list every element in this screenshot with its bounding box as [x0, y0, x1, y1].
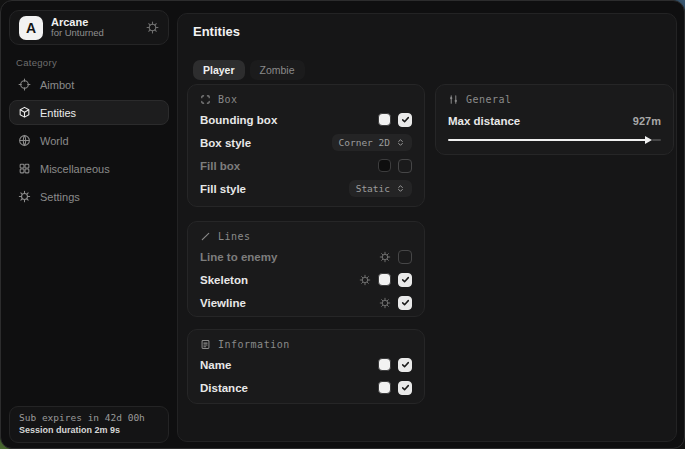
color-swatch[interactable] — [378, 358, 391, 371]
brand-card: A Arcane for Unturned — [9, 10, 169, 45]
sidebar-item-label: Entities — [40, 107, 76, 119]
viewline-controls — [379, 296, 412, 310]
distance-checkbox[interactable] — [398, 381, 412, 395]
lines-card-title: Lines — [218, 231, 251, 242]
color-swatch[interactable] — [378, 381, 391, 394]
color-swatch[interactable] — [378, 273, 391, 286]
information-card-header: Information — [188, 330, 424, 352]
name-label: Name — [200, 359, 231, 371]
viewline-row: Viewline — [188, 292, 424, 313]
box-style-value: Corner 2D — [339, 137, 390, 148]
sidebar-item-miscellaneous[interactable]: Miscellaneous — [9, 156, 169, 181]
document-text-icon — [200, 339, 211, 350]
page-title: Entities — [193, 24, 240, 39]
sidebar-item-label: Settings — [40, 191, 80, 203]
fill-box-row: Fill box — [188, 155, 424, 176]
general-card-title: General — [466, 94, 512, 105]
distance-label: Distance — [200, 382, 248, 394]
color-swatch[interactable] — [378, 159, 391, 172]
line-to-enemy-label: Line to enemy — [200, 251, 277, 263]
name-controls — [378, 358, 412, 372]
app-logo-letter: A — [26, 20, 36, 36]
sidebar-item-entities[interactable]: Entities — [9, 100, 169, 125]
information-card: Information Name Distance — [187, 329, 425, 404]
fill-box-checkbox[interactable] — [398, 159, 412, 173]
chevron-updown-icon — [396, 138, 405, 147]
fill-style-dropdown[interactable]: Static — [349, 180, 412, 197]
box-card: Box Bounding box Box style Corner 2D — [187, 84, 425, 207]
line-to-enemy-checkbox[interactable] — [398, 250, 412, 264]
app-subtitle: for Unturned — [51, 28, 138, 39]
sidebar-item-label: World — [40, 135, 69, 147]
lines-card: Lines Line to enemy Skeleton — [187, 221, 425, 317]
subscription-card: Sub expires in 42d 00h Session duration … — [9, 406, 169, 443]
sliders-icon — [448, 94, 459, 105]
sidebar-item-aimbot[interactable]: Aimbot — [9, 72, 169, 97]
bounding-box-row: Bounding box — [188, 109, 424, 130]
name-row: Name — [188, 354, 424, 375]
general-card-header: General — [436, 85, 673, 107]
information-card-title: Information — [218, 339, 290, 350]
grid-icon — [18, 162, 31, 175]
color-swatch[interactable] — [378, 113, 391, 126]
fill-box-label: Fill box — [200, 160, 240, 172]
tab-zombie[interactable]: Zombie — [250, 60, 305, 80]
app-window: A Arcane for Unturned Category — [0, 0, 685, 449]
line-to-enemy-row: Line to enemy — [188, 246, 424, 267]
distance-controls — [378, 381, 412, 395]
skeleton-label: Skeleton — [200, 274, 248, 286]
fill-style-label: Fill style — [200, 183, 246, 195]
distance-row: Distance — [188, 377, 424, 398]
row-settings-gear-icon[interactable] — [359, 274, 371, 286]
diagonal-line-icon — [200, 231, 211, 242]
max-distance-value: 927m — [633, 115, 661, 127]
row-settings-gear-icon[interactable] — [379, 251, 391, 263]
sidebar-nav: Aimbot Entities World — [9, 72, 169, 212]
category-label: Category — [16, 57, 57, 68]
viewline-checkbox[interactable] — [398, 296, 412, 310]
skeleton-row: Skeleton — [188, 269, 424, 290]
brand-text: Arcane for Unturned — [51, 16, 138, 40]
box-card-header: Box — [188, 85, 424, 107]
gear-icon[interactable] — [146, 21, 159, 34]
name-checkbox[interactable] — [398, 358, 412, 372]
fill-box-controls — [378, 159, 412, 173]
slider-fill — [448, 139, 646, 142]
box-style-dropdown[interactable]: Corner 2D — [332, 134, 412, 151]
sub-expiry-text: Sub expires in 42d 00h — [19, 412, 159, 423]
scan-box-icon — [200, 94, 211, 105]
crosshair-icon — [18, 78, 31, 91]
bounding-box-controls — [378, 113, 412, 127]
sidebar-item-label: Aimbot — [40, 79, 74, 91]
session-duration-text: Session duration 2m 9s — [19, 425, 159, 435]
entity-tabs: Player Zombie — [193, 60, 305, 80]
slider-thumb[interactable] — [645, 136, 652, 144]
box-card-title: Box — [218, 94, 238, 105]
bounding-box-label: Bounding box — [200, 114, 277, 126]
max-distance-slider[interactable] — [448, 136, 661, 144]
line-to-enemy-controls — [379, 250, 412, 264]
box-style-label: Box style — [200, 137, 251, 149]
cube-icon — [18, 106, 31, 119]
tab-player[interactable]: Player — [193, 60, 245, 80]
sidebar-item-settings[interactable]: Settings — [9, 184, 169, 209]
bounding-box-checkbox[interactable] — [398, 113, 412, 127]
chevron-updown-icon — [396, 184, 405, 193]
sidebar-item-label: Miscellaneous — [40, 163, 110, 175]
main-panel: Entities Player Zombie Box Bounding box — [177, 13, 677, 442]
slider-track-rest — [652, 139, 661, 142]
globe-icon — [18, 134, 31, 147]
max-distance-row: Max distance 927m — [436, 111, 673, 131]
skeleton-controls — [359, 273, 412, 287]
box-style-row: Box style Corner 2D — [188, 132, 424, 153]
sidebar-item-world[interactable]: World — [9, 128, 169, 153]
sidebar: A Arcane for Unturned Category — [1, 1, 177, 448]
skeleton-checkbox[interactable] — [398, 273, 412, 287]
fill-style-value: Static — [356, 183, 390, 194]
gear-icon — [18, 190, 31, 203]
viewline-label: Viewline — [200, 297, 246, 309]
row-settings-gear-icon[interactable] — [379, 297, 391, 309]
app-logo: A — [19, 16, 43, 40]
fill-style-row: Fill style Static — [188, 178, 424, 199]
general-card: General Max distance 927m — [435, 84, 674, 155]
